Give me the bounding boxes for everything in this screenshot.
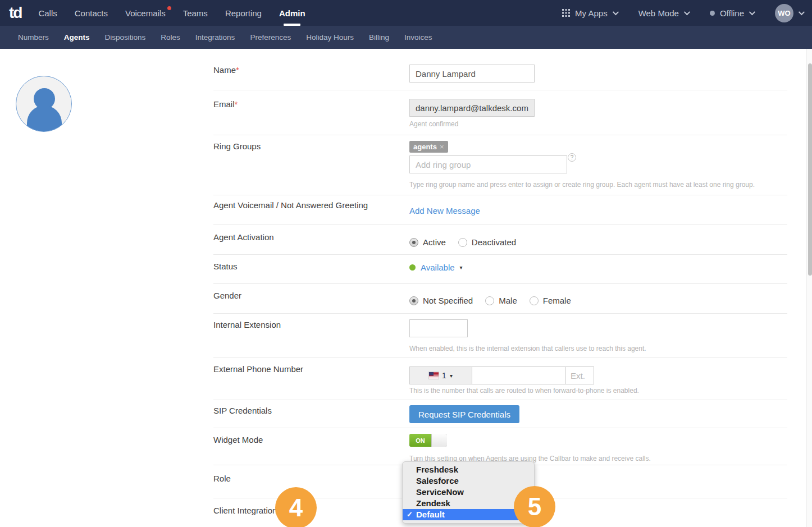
gender-radio-option[interactable]: Not Specified [409,296,473,305]
available-status-dot [409,264,416,271]
email-label: Email* [213,99,238,109]
dropdown-option-label: Zendesk [416,498,450,508]
nav-item[interactable]: Calls [38,0,57,26]
subnav-item[interactable]: Preferences [250,33,291,42]
agent-activation-label: Agent Activation [213,232,274,242]
radio-option-label: Deactivated [472,237,516,247]
nav-item[interactable]: Reporting [225,0,262,26]
agent-activation-radio-group: Active Deactivated [409,237,516,247]
subnav-item[interactable]: Agents [64,33,90,42]
radio-icon [530,296,539,305]
internal-extension-hint: When enabled, this is the internal exten… [409,345,646,352]
nav-item[interactable]: Contacts [75,0,108,26]
ring-group-tag[interactable]: agents × [409,141,448,153]
subnav-item-label: Agents [64,33,90,42]
country-code-select[interactable]: 1 ▾ [410,367,472,384]
web-mode-menu[interactable]: Web Mode [638,8,688,18]
voicemail-greeting-label: Agent Voicemail / Not Answered Greeting [213,200,368,210]
status-label: Status [213,262,238,271]
chevron-down-icon [799,9,805,15]
remove-tag-icon[interactable]: × [440,143,444,151]
nav-item-label: Admin [279,8,305,18]
external-phone-group: 1 ▾ [409,366,594,384]
nav-item[interactable]: Voicemails [125,0,166,26]
nav-item-label: Reporting [225,8,262,18]
us-flag-icon [429,372,439,379]
presence-menu[interactable]: Offline [710,8,754,18]
agent-avatar-placeholder[interactable] [16,76,72,132]
internal-extension-label: Internal Extension [213,320,281,329]
radio-option-label: Active [423,237,446,247]
add-ring-group-input[interactable] [409,155,567,173]
annotation-badge-4: 4 [275,487,317,527]
radio-option-label: Male [499,296,517,305]
radio-option-label: Female [543,296,571,305]
subnav-item-label: Roles [161,33,180,42]
subnav-item-label: Integrations [195,33,235,42]
scrollbar-thumb[interactable] [808,63,812,276]
dropdown-option-label: Salesforce [416,476,459,485]
my-apps-menu[interactable]: My Apps [562,8,617,18]
subnav-item-label: Holiday Hours [306,33,354,42]
subnav-item[interactable]: Roles [161,33,180,42]
toggle-knob [431,434,447,447]
dropdown-option[interactable]: ✓ Freshdesk [403,464,534,475]
main-nav: Calls Contacts Voicemails Teams Reportin… [38,0,305,26]
nav-item[interactable]: Teams [183,0,208,26]
internal-extension-input[interactable] [409,319,468,337]
phone-number-input[interactable] [472,367,565,384]
subnav-item[interactable]: Holiday Hours [306,33,354,42]
radio-option-label: Not Specified [423,296,473,305]
email-field [409,99,535,117]
row-divider [213,224,787,225]
dropdown-option[interactable]: ✓ ServiceNow [403,487,534,498]
name-label: Name* [213,65,239,75]
nav-item[interactable]: Admin [279,0,305,26]
talkdesk-logo: td [9,0,21,26]
gender-radio-option[interactable]: Male [485,296,517,305]
gender-label: Gender [213,291,241,300]
row-divider [213,428,787,428]
widget-mode-label: Widget Mode [213,435,263,444]
chevron-down-icon [612,9,618,15]
subnav-item[interactable]: Dispositions [105,33,146,42]
add-new-message-link[interactable]: Add New Message [409,206,480,216]
apps-grid-icon [562,9,570,17]
dropdown-option-label: ServiceNow [416,487,464,497]
ring-groups-hint: Type ring group name and press enter to … [409,181,755,189]
request-sip-credentials-button[interactable]: Request SIP Credentials [409,405,519,423]
gender-radio-option[interactable]: Female [530,296,571,305]
help-icon[interactable]: ? [568,153,576,162]
subnav-item-label: Invoices [404,33,432,42]
dropdown-option[interactable]: ✓ Salesforce [403,475,534,487]
widget-mode-toggle[interactable]: ON [409,434,447,447]
subnav-item[interactable]: Numbers [18,33,49,42]
scrollbar-track[interactable] [806,49,812,527]
gender-radio-group: Not Specified Male Female [409,296,571,305]
phone-ext-input[interactable] [565,367,594,384]
chevron-down-icon [749,9,755,15]
web-mode-label: Web Mode [638,8,679,18]
sip-credentials-label: SIP Credentials [213,406,272,415]
name-input[interactable] [409,65,535,83]
row-divider [213,358,787,358]
ring-groups-label: Ring Groups [213,141,261,151]
activation-radio-option[interactable]: Active [409,237,446,247]
status-value: Available [421,263,455,272]
caret-down-icon: ▾ [460,264,463,271]
subnav-item-label: Dispositions [105,33,146,42]
activation-radio-option[interactable]: Deactivated [458,237,516,247]
status-dropdown[interactable]: Available ▾ [409,263,463,272]
required-asterisk: * [236,65,239,75]
subnav-item[interactable]: Invoices [404,33,432,42]
subnav-item[interactable]: Integrations [195,33,235,42]
radio-icon [485,296,494,305]
row-divider [213,195,787,195]
presence-label: Offline [720,8,744,18]
chevron-down-icon [684,9,690,15]
row-divider [213,254,787,255]
user-menu[interactable]: WO [775,4,803,22]
subnav-item[interactable]: Billing [369,33,389,42]
nav-item-label: Calls [38,8,57,18]
row-divider [213,400,787,400]
